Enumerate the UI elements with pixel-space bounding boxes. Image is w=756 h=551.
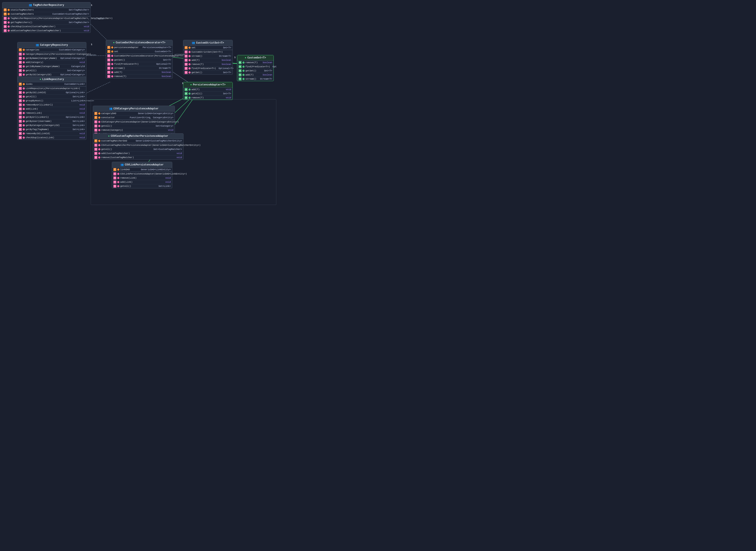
cs-method-dot-3 bbox=[242, 70, 245, 72]
tmr-field-1-name: staticTagMatchers bbox=[11, 9, 66, 11]
cctmpa-header: ● CSVCustomTagMatcherPersistenceAdapter bbox=[93, 133, 183, 139]
tmr-method-2-type: void bbox=[82, 25, 89, 28]
css-method-2-name: add(T) bbox=[192, 59, 219, 61]
cs-method-badge-4: m bbox=[239, 73, 242, 76]
pa-method-3-type: void bbox=[224, 96, 231, 99]
cs-method-badge-5: m bbox=[239, 77, 242, 80]
cctmpa-method-badge-3: m bbox=[94, 156, 97, 159]
css-method-5-name: getSet() bbox=[192, 71, 220, 74]
method-badge-m2: m bbox=[4, 25, 7, 28]
cspd-method-4-name: add(T) bbox=[114, 71, 159, 74]
cr-field-1: f categories CustomSet<Category> bbox=[17, 48, 86, 52]
cr-method-dot-5 bbox=[23, 74, 25, 76]
cr-method-badge-5: m bbox=[19, 73, 22, 76]
lr-method-badge-3: m bbox=[19, 99, 22, 102]
method-dot-c bbox=[8, 17, 10, 19]
cr-method-c-name: CategoryRepository(PersistenceAdapter<Ca… bbox=[26, 53, 91, 55]
lr-method-dot-9 bbox=[23, 124, 25, 126]
field-dot-2 bbox=[8, 13, 10, 15]
lr-field-dot-1 bbox=[23, 83, 25, 85]
tmr-method-3: m addCustomTagMatcher(CustomTagMatcher) … bbox=[2, 29, 90, 33]
pa-method-3: m remove(T) void bbox=[183, 96, 233, 100]
cctmpa-method-3-name: remove(CustomTagMatcher) bbox=[101, 156, 174, 159]
lr-method-c-name: LinkRepository(PersistenceAdapter<Link>) bbox=[26, 87, 85, 90]
tmr-field-2: f customTagMatchers CustomSet<CustomTagM… bbox=[2, 12, 90, 16]
css-method-c: C CustomStrictSet(Set<T>) bbox=[183, 50, 233, 54]
cspd-method-dot-4 bbox=[111, 71, 113, 73]
cs-method-badge-2: m bbox=[239, 65, 242, 68]
ccpa-method-c-name: CSVCategoryPersistenceAdapter(GenericDAO… bbox=[101, 121, 179, 123]
css-title: CustomStrictSet<T> bbox=[196, 41, 224, 44]
people-icon-1: 👥 bbox=[29, 3, 32, 7]
cr-method-4-type: Set<Category> bbox=[65, 69, 85, 72]
cs-method-2: m find(Predicate<T>) Optional<T> bbox=[237, 65, 273, 69]
cctmpa-method-badge-c: C bbox=[94, 144, 97, 147]
css-method-badge-c: C bbox=[185, 50, 188, 53]
lr-method-7: m getByUrl(LinkUrl) Optional<Link> bbox=[17, 115, 86, 119]
ccpa-method-c: C CSVCategoryPersistenceAdapter(GenericD… bbox=[93, 120, 175, 124]
cspd-field-badge-2: f bbox=[107, 50, 110, 53]
lr-method-10-name: getByTag(TagName) bbox=[26, 128, 70, 131]
cspd-method-4: m add(T) boolean bbox=[106, 70, 173, 74]
cs-method-4-name: add(T) bbox=[245, 74, 260, 76]
cspd-method-badge-1: m bbox=[107, 58, 110, 61]
tag-matcher-repository-box: 👥 TagMatcherRepository f staticTagMatche… bbox=[2, 2, 91, 33]
lr-method-3: m groupByHost() List<Link> bbox=[17, 99, 86, 103]
cctmpa-method-dot-2 bbox=[98, 152, 100, 154]
cr-method-badge-c: C bbox=[19, 53, 22, 56]
css-header: 👥 CustomStrictSet<T> bbox=[183, 40, 233, 46]
circle-icon-lr: ● bbox=[39, 78, 41, 81]
cr-method-4-name: getAll() bbox=[26, 69, 64, 72]
circle-icon-cspd: ● bbox=[113, 41, 114, 44]
lr-method-12-name: checkDuplicates(Link) bbox=[26, 136, 77, 139]
cspd-field-2-type: CustomSet<T> bbox=[153, 50, 171, 53]
css-field-badge-1: f bbox=[185, 46, 188, 49]
multiplicity-3: 1 bbox=[234, 56, 236, 59]
cr-method-dot-1 bbox=[23, 57, 25, 59]
clpa-field-badge-1: f bbox=[113, 168, 116, 171]
ccpa-method-dot-2 bbox=[98, 129, 100, 131]
lr-method-3-name: groupByHost() bbox=[26, 99, 69, 102]
css-field-1: f set Set<T> bbox=[183, 46, 233, 50]
custom-set-interface-box: ● CustomSet<T> m remove(T) boolean m fin… bbox=[237, 55, 274, 81]
lr-method-badge-7: m bbox=[19, 116, 22, 119]
cctmpa-method-2-type: void bbox=[175, 152, 182, 155]
ccpa-method-badge-1: m bbox=[94, 124, 97, 127]
lr-method-dot-11 bbox=[23, 132, 25, 135]
cspd-method-1-type: Set<T> bbox=[161, 59, 171, 61]
cctmpa-method-badge-1: m bbox=[94, 148, 97, 151]
cctmpa-method-dot-c bbox=[98, 144, 100, 146]
persistence-adapter-box: ● PersistenceAdapter<T> m add(T) void m … bbox=[183, 82, 233, 100]
people-icon-clpa: 👥 bbox=[120, 163, 124, 166]
cspd-method-dot-c bbox=[111, 55, 113, 57]
lr-method-badge-4: m bbox=[19, 103, 22, 106]
cspd-title: CustomSetPersistenceDecorator<T> bbox=[116, 41, 165, 44]
clpa-method-dot-c bbox=[117, 173, 119, 175]
clpa-method-2-name: add(Link) bbox=[120, 181, 163, 183]
clpa-method-badge-2: m bbox=[113, 180, 116, 183]
lr-method-badge-8: m bbox=[19, 120, 22, 123]
ccpa-method-dot-c bbox=[98, 121, 100, 123]
lr-method-badge-6: m bbox=[19, 111, 22, 114]
ccpa-field-2: f constuctor Function<String, CategoryEn… bbox=[93, 116, 175, 120]
clpa-method-badge-c: C bbox=[113, 172, 116, 175]
cr-method-5-type: Optional<Category> bbox=[59, 73, 85, 76]
ccpa-field-badge-2: f bbox=[94, 116, 97, 119]
cctmpa-method-2: m add(CustomTagMatcher) void bbox=[93, 151, 183, 155]
lr-method-dot-1 bbox=[23, 91, 25, 94]
clpa-field-1: f linkDAO GenericDAO<LinkEntity> bbox=[112, 168, 172, 172]
cs-method-2-type: Optional<T> bbox=[271, 65, 276, 68]
link-repository-box: ● LinkRepository f links CustomSet<Link>… bbox=[17, 77, 86, 140]
lr-method-dot-12 bbox=[23, 136, 25, 139]
cspd-method-dot-2 bbox=[111, 63, 113, 65]
category-repository-box: 👥 CategoryRepository f categories Custom… bbox=[17, 42, 86, 81]
css-method-badge-2: m bbox=[185, 59, 188, 62]
pa-method-dot-3 bbox=[189, 97, 191, 99]
css-method-4-type: Optional<T> bbox=[217, 67, 233, 70]
create-label-2: «create» bbox=[86, 54, 96, 56]
create-label-1: «create» bbox=[94, 18, 104, 20]
tmr-method-1: m getTagMatchers() Set<TagMatcher> bbox=[2, 20, 90, 25]
ccpa-field-badge-1: f bbox=[94, 112, 97, 115]
cspd-method-3-name: stream() bbox=[114, 67, 156, 69]
ccpa-method-1: m getAll() Set<Category> bbox=[93, 124, 175, 128]
